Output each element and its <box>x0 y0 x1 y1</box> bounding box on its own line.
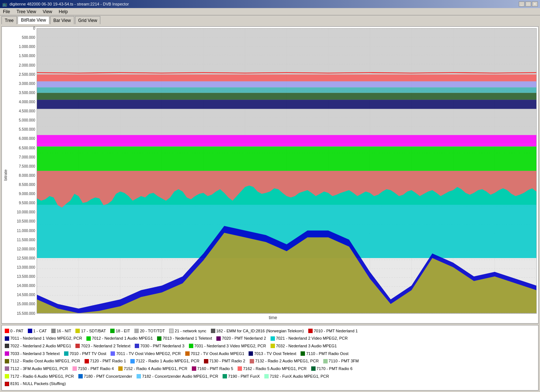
legend-item-emm: 182 - EMM for CA_ID:2816 (Norwegian Tele… <box>211 328 304 335</box>
toolbar: Tree BitRate View Bar View Grid View <box>0 15 540 25</box>
legend-item-funx-aud: 7192 - FunX Audio MPEG1, PCR <box>264 373 329 380</box>
legend-label-tvoost-tele: 7013 - TV Oost Teletext <box>254 350 296 357</box>
y-tick: 1.500.000 <box>9 56 35 56</box>
y-tick: 500.000 <box>9 37 35 38</box>
legend-label-n2aud: 7022 - Nederland 2 Audio MPEG1 <box>10 343 71 350</box>
legend-label-pmt-r2: 7130 - PMT Radio 2 <box>209 358 245 365</box>
legend-label-n2vid: 7021 - Nederland 2 Video MPEG2, PCR <box>276 335 348 342</box>
legend-label-emm: 182 - EMM for CA_ID:2816 (Norwegian Tele… <box>216 328 304 335</box>
menu-help[interactable]: Help <box>57 9 70 15</box>
legend-label-pmt-r1: 7120 - PMT Radio 1 <box>90 358 126 365</box>
legend-color-emm <box>211 329 215 333</box>
legend-item-pmttvoost: 7010 - PMT TV Oost <box>64 350 106 357</box>
x-axis-label: time <box>9 314 537 322</box>
y-tick: 7.000.000 <box>9 157 35 157</box>
legend-label-n3vid: 7031 - Nederland 3 Video MPEG2, PCR <box>194 343 266 350</box>
legend-row-8: 8191 - NULL Packets (Stuffing) <box>5 380 535 387</box>
legend-label-tvoost-vid: 7011 - TV Oost Video MPEG2, PCR <box>116 350 180 357</box>
legend-label-tot: 20 - TOT/TDT <box>140 328 165 335</box>
legend-item-nit: 16 - NIT <box>51 328 71 335</box>
legend-item-pmt-radio-oost: 7110 - PMT Radio Oost <box>301 350 348 357</box>
legend-label-pmt-r4: 7150 - PMT Radio 4 <box>78 365 114 372</box>
y-tick: 9.000.000 <box>9 194 35 194</box>
app-icon: 📺 <box>2 2 7 7</box>
legend-item-n1tele: 7013 - Nederland 1 Teletext <box>157 335 212 342</box>
y-tick: 10.500.000 <box>9 221 35 221</box>
legend-color-pmt-funx <box>223 374 227 378</box>
legend-item-n2tele: 7023 - Nederland 2 Teletext <box>75 343 130 350</box>
legend-color-pmt-3fm <box>323 359 328 363</box>
legend-color-null <box>5 382 9 386</box>
legend-label-sdt: 17 - SDT/BAT <box>81 328 106 335</box>
y-tick: 6.000.000 <box>9 138 35 139</box>
legend-label-r2-aud: 7132 - Radio 2 Audio MPEG1, PCR <box>255 358 319 365</box>
legend-item-concert-aud: 7182 - Concertzender Audio MPEG1, PCR <box>137 373 218 380</box>
svg-rect-54 <box>37 87 536 93</box>
window-title: digitenne 482000 06-30 19-43-54.ts - str… <box>10 2 129 6</box>
y-tick: 5.500.000 <box>9 129 35 130</box>
close-button[interactable]: ✕ <box>532 1 538 7</box>
y-tick: 15.500.000 <box>9 313 35 314</box>
y-tick: 8.500.000 <box>9 184 35 185</box>
legend-label-3fm-aud: 7112 - 3FM Audio MPEG1, PCR <box>10 365 68 372</box>
legend-item-tvoost-vid: 7011 - TV Oost Video MPEG2, PCR <box>111 350 180 357</box>
legend-row-1: 0 - PAT 1 - CAT 16 - NIT 17 - SDT/BAT 18… <box>5 328 535 335</box>
legend-item-pat: 0 - PAT <box>5 328 23 335</box>
legend-color-tvoost-tele <box>249 351 253 356</box>
menu-bar: File Tree View View Help <box>0 8 540 15</box>
legend-row-6: 7112 - 3FM Audio MPEG1, PCR 7150 - PMT R… <box>5 365 535 372</box>
legend-item-tot: 20 - TOT/TDT <box>134 328 165 335</box>
legend-item-r4-aud: 7152 - Radio 4 Audio MPEG1, PCR <box>118 365 187 372</box>
legend-label-concert-aud: 7182 - Concertzender Audio MPEG1, PCR <box>142 373 218 380</box>
legend-item-pmt-r4: 7150 - PMT Radio 4 <box>72 365 114 372</box>
legend-row-5: 7112 - Radio Oost Audio MPEG1, PCR 7120 … <box>5 358 535 365</box>
minimize-button[interactable]: _ <box>519 1 525 7</box>
tab-bar-view[interactable]: Bar View <box>50 16 74 24</box>
legend-color-3fm-aud <box>5 366 9 371</box>
legend-color-n3aud <box>271 344 275 348</box>
tab-bitrate-view[interactable]: BitRate View <box>18 16 49 24</box>
menu-tree-view[interactable]: Tree View <box>15 9 37 15</box>
y-tick: 13.500.000 <box>9 276 35 277</box>
legend-label-pmt1: 7010 - PMT Nederland 1 <box>314 328 358 335</box>
legend-label-pmt-3fm: 7110 - PMT 3FM <box>329 358 359 365</box>
plot-area <box>37 28 537 314</box>
menu-view[interactable]: View <box>41 9 54 15</box>
chart-container: bitrate 15.500.000 15.000.000 14.500.000… <box>1 26 539 324</box>
legend-item-pmt-funx: 7190 - PMT FunX <box>223 373 260 380</box>
tab-tree[interactable]: Tree <box>1 16 17 24</box>
y-tick: 2.000.000 <box>9 65 35 66</box>
legend-color-pmt-r1 <box>85 359 89 363</box>
legend-item-3fm-aud: 7112 - 3FM Audio MPEG1, PCR <box>5 365 68 372</box>
menu-file[interactable]: File <box>1 9 11 15</box>
legend-color-radio-oost-aud <box>5 359 9 363</box>
legend-color-r4-aud <box>118 366 123 371</box>
legend-color-r2-aud <box>250 359 254 363</box>
y-axis-label: bitrate <box>2 27 9 323</box>
legend-label-pmt-r5: 7160 - PMT Radio 5 <box>197 365 233 372</box>
legend-item-pmt3: 7030 - PMT Nederland 3 <box>135 343 184 350</box>
y-axis: 15.500.000 15.000.000 14.500.000 14.000.… <box>9 28 37 314</box>
legend-label-pat: 0 - PAT <box>10 328 23 335</box>
maximize-button[interactable]: □ <box>525 1 531 7</box>
legend-item-r5-aud: 7162 - Radio 5 Audio MPEG1, PCR <box>238 365 307 372</box>
y-tick: 3.000.000 <box>9 83 35 84</box>
legend-color-n2aud <box>5 344 9 348</box>
legend-item-pmt1: 7010 - PMT Nederland 1 <box>308 328 358 335</box>
legend-row-3: 7022 - Nederland 2 Audio MPEG1 7023 - Ne… <box>5 343 535 350</box>
legend-label-pmt-r6: 7170 - PMT Radio 6 <box>317 365 353 372</box>
legend-color-pmt3 <box>135 344 139 348</box>
legend-color-pmt-radio-oost <box>301 351 305 356</box>
legend-color-tvoost-aud <box>185 351 190 356</box>
legend-color-eit <box>110 329 115 333</box>
legend-color-n2vid <box>271 336 275 341</box>
legend-item-netsync: 21 - network sync <box>169 328 206 335</box>
tab-grid-view[interactable]: Grid View <box>75 16 101 24</box>
legend-item-radio-oost-aud: 7112 - Radio Oost Audio MPEG1, PCR <box>5 358 80 365</box>
chart-inner: 15.500.000 15.000.000 14.500.000 14.000.… <box>9 27 538 323</box>
legend-item-null: 8191 - NULL Packets (Stuffing) <box>5 380 66 387</box>
legend-row-7: 7172 - Radio 6 Audio MPEG1, PCR 7180 - P… <box>5 373 535 380</box>
legend-area: 0 - PAT 1 - CAT 16 - NIT 17 - SDT/BAT 18… <box>1 325 539 391</box>
legend-color-n1aud <box>86 336 91 341</box>
y-tick: 3.500.000 <box>9 93 35 93</box>
